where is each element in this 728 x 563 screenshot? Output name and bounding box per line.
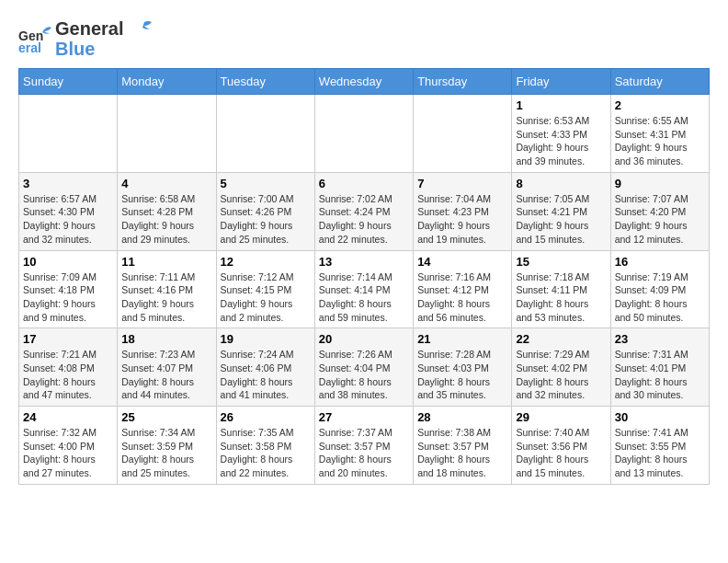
day-number: 24 <box>23 410 113 424</box>
day-cell <box>118 95 216 173</box>
day-cell: 6Sunrise: 7:02 AM Sunset: 4:24 PM Daylig… <box>314 172 413 250</box>
day-number: 2 <box>615 98 705 112</box>
day-header-friday: Friday <box>512 69 610 95</box>
day-cell: 2Sunrise: 6:55 AM Sunset: 4:31 PM Daylig… <box>610 95 709 173</box>
day-header-sunday: Sunday <box>19 69 118 95</box>
day-cell: 16Sunrise: 7:19 AM Sunset: 4:09 PM Dayli… <box>610 250 709 328</box>
day-number: 20 <box>319 332 409 346</box>
svg-text:eral: eral <box>18 40 41 55</box>
day-header-thursday: Thursday <box>414 69 512 95</box>
day-number: 11 <box>121 255 211 269</box>
day-header-tuesday: Tuesday <box>216 69 314 95</box>
day-info: Sunrise: 7:02 AM Sunset: 4:24 PM Dayligh… <box>319 192 409 247</box>
day-info: Sunrise: 7:26 AM Sunset: 4:04 PM Dayligh… <box>319 348 409 402</box>
week-row-1: 1Sunrise: 6:53 AM Sunset: 4:33 PM Daylig… <box>19 95 710 173</box>
day-number: 17 <box>23 332 113 346</box>
day-cell: 19Sunrise: 7:24 AM Sunset: 4:06 PM Dayli… <box>216 328 314 407</box>
day-cell: 9Sunrise: 7:07 AM Sunset: 4:20 PM Daylig… <box>610 172 709 250</box>
day-cell <box>314 95 413 173</box>
day-info: Sunrise: 7:41 AM Sunset: 3:55 PM Dayligh… <box>615 426 705 480</box>
day-number: 27 <box>319 410 409 424</box>
day-number: 13 <box>319 255 409 269</box>
calendar: SundayMondayTuesdayWednesdayThursdayFrid… <box>18 68 710 485</box>
day-cell: 12Sunrise: 7:12 AM Sunset: 4:15 PM Dayli… <box>216 250 314 328</box>
day-header-wednesday: Wednesday <box>314 69 413 95</box>
day-cell: 20Sunrise: 7:26 AM Sunset: 4:04 PM Dayli… <box>314 328 413 407</box>
day-info: Sunrise: 7:40 AM Sunset: 3:56 PM Dayligh… <box>516 426 606 480</box>
week-row-5: 24Sunrise: 7:32 AM Sunset: 4:00 PM Dayli… <box>19 407 710 485</box>
day-cell: 23Sunrise: 7:31 AM Sunset: 4:01 PM Dayli… <box>610 328 709 407</box>
day-cell <box>19 95 118 173</box>
day-number: 21 <box>417 332 507 346</box>
week-row-2: 3Sunrise: 6:57 AM Sunset: 4:30 PM Daylig… <box>19 172 710 250</box>
day-info: Sunrise: 7:34 AM Sunset: 3:59 PM Dayligh… <box>121 426 211 480</box>
day-number: 29 <box>516 410 606 424</box>
day-number: 5 <box>221 177 311 190</box>
day-number: 3 <box>23 177 113 190</box>
day-cell: 18Sunrise: 7:23 AM Sunset: 4:07 PM Dayli… <box>118 328 216 407</box>
day-cell: 14Sunrise: 7:16 AM Sunset: 4:12 PM Dayli… <box>414 250 512 328</box>
day-info: Sunrise: 7:19 AM Sunset: 4:09 PM Dayligh… <box>615 270 705 325</box>
day-info: Sunrise: 7:29 AM Sunset: 4:02 PM Dayligh… <box>516 348 606 402</box>
day-number: 28 <box>417 410 507 424</box>
week-row-4: 17Sunrise: 7:21 AM Sunset: 4:08 PM Dayli… <box>19 328 710 407</box>
day-cell: 21Sunrise: 7:28 AM Sunset: 4:03 PM Dayli… <box>414 328 512 407</box>
day-cell: 22Sunrise: 7:29 AM Sunset: 4:02 PM Dayli… <box>512 328 610 407</box>
day-cell: 25Sunrise: 7:34 AM Sunset: 3:59 PM Dayli… <box>118 407 216 485</box>
day-cell: 10Sunrise: 7:09 AM Sunset: 4:18 PM Dayli… <box>19 250 118 328</box>
day-cell: 7Sunrise: 7:04 AM Sunset: 4:23 PM Daylig… <box>414 172 512 250</box>
day-cell: 4Sunrise: 6:58 AM Sunset: 4:28 PM Daylig… <box>118 172 216 250</box>
day-info: Sunrise: 7:24 AM Sunset: 4:06 PM Dayligh… <box>221 348 311 402</box>
day-number: 14 <box>417 255 507 269</box>
day-cell: 8Sunrise: 7:05 AM Sunset: 4:21 PM Daylig… <box>512 172 610 250</box>
day-header-monday: Monday <box>118 69 216 95</box>
day-info: Sunrise: 7:23 AM Sunset: 4:07 PM Dayligh… <box>121 348 211 402</box>
day-info: Sunrise: 6:53 AM Sunset: 4:33 PM Dayligh… <box>516 114 606 168</box>
day-info: Sunrise: 7:05 AM Sunset: 4:21 PM Dayligh… <box>516 192 606 247</box>
calendar-header-row: SundayMondayTuesdayWednesdayThursdayFrid… <box>19 69 710 95</box>
day-info: Sunrise: 6:55 AM Sunset: 4:31 PM Dayligh… <box>615 114 705 168</box>
day-info: Sunrise: 7:31 AM Sunset: 4:01 PM Dayligh… <box>615 348 705 402</box>
day-info: Sunrise: 7:11 AM Sunset: 4:16 PM Dayligh… <box>121 270 211 325</box>
day-info: Sunrise: 7:14 AM Sunset: 4:14 PM Dayligh… <box>319 270 409 325</box>
day-cell: 26Sunrise: 7:35 AM Sunset: 3:58 PM Dayli… <box>216 407 314 485</box>
day-cell: 1Sunrise: 6:53 AM Sunset: 4:33 PM Daylig… <box>512 95 610 173</box>
day-info: Sunrise: 7:32 AM Sunset: 4:00 PM Dayligh… <box>23 426 113 480</box>
week-row-3: 10Sunrise: 7:09 AM Sunset: 4:18 PM Dayli… <box>19 250 710 328</box>
logo: Gen eral General Blue <box>18 18 152 59</box>
day-number: 4 <box>121 177 211 190</box>
logo-line2: Blue <box>55 39 152 59</box>
day-cell <box>414 95 512 173</box>
logo-line1: General <box>55 18 152 39</box>
day-number: 9 <box>615 177 705 190</box>
day-number: 10 <box>23 255 113 269</box>
day-number: 23 <box>615 332 705 346</box>
day-cell: 15Sunrise: 7:18 AM Sunset: 4:11 PM Dayli… <box>512 250 610 328</box>
day-info: Sunrise: 7:04 AM Sunset: 4:23 PM Dayligh… <box>417 192 507 247</box>
day-info: Sunrise: 7:16 AM Sunset: 4:12 PM Dayligh… <box>417 270 507 325</box>
day-number: 16 <box>615 255 705 269</box>
day-info: Sunrise: 7:21 AM Sunset: 4:08 PM Dayligh… <box>23 348 113 402</box>
day-cell: 11Sunrise: 7:11 AM Sunset: 4:16 PM Dayli… <box>118 250 216 328</box>
day-number: 30 <box>615 410 705 424</box>
day-number: 12 <box>221 255 311 269</box>
day-cell: 13Sunrise: 7:14 AM Sunset: 4:14 PM Dayli… <box>314 250 413 328</box>
day-info: Sunrise: 7:09 AM Sunset: 4:18 PM Dayligh… <box>23 270 113 325</box>
day-number: 7 <box>417 177 507 190</box>
day-info: Sunrise: 7:37 AM Sunset: 3:57 PM Dayligh… <box>319 426 409 480</box>
day-info: Sunrise: 7:07 AM Sunset: 4:20 PM Dayligh… <box>615 192 705 247</box>
day-cell: 17Sunrise: 7:21 AM Sunset: 4:08 PM Dayli… <box>19 328 118 407</box>
day-header-saturday: Saturday <box>610 69 709 95</box>
day-info: Sunrise: 6:58 AM Sunset: 4:28 PM Dayligh… <box>121 192 211 247</box>
day-info: Sunrise: 6:57 AM Sunset: 4:30 PM Dayligh… <box>23 192 113 247</box>
day-info: Sunrise: 7:35 AM Sunset: 3:58 PM Dayligh… <box>221 426 311 480</box>
day-cell: 27Sunrise: 7:37 AM Sunset: 3:57 PM Dayli… <box>314 407 413 485</box>
day-cell: 24Sunrise: 7:32 AM Sunset: 4:00 PM Dayli… <box>19 407 118 485</box>
day-cell: 3Sunrise: 6:57 AM Sunset: 4:30 PM Daylig… <box>19 172 118 250</box>
day-cell: 5Sunrise: 7:00 AM Sunset: 4:26 PM Daylig… <box>216 172 314 250</box>
day-info: Sunrise: 7:12 AM Sunset: 4:15 PM Dayligh… <box>221 270 311 325</box>
day-number: 26 <box>221 410 311 424</box>
day-number: 8 <box>516 177 606 190</box>
day-info: Sunrise: 7:18 AM Sunset: 4:11 PM Dayligh… <box>516 270 606 325</box>
day-cell: 30Sunrise: 7:41 AM Sunset: 3:55 PM Dayli… <box>610 407 709 485</box>
